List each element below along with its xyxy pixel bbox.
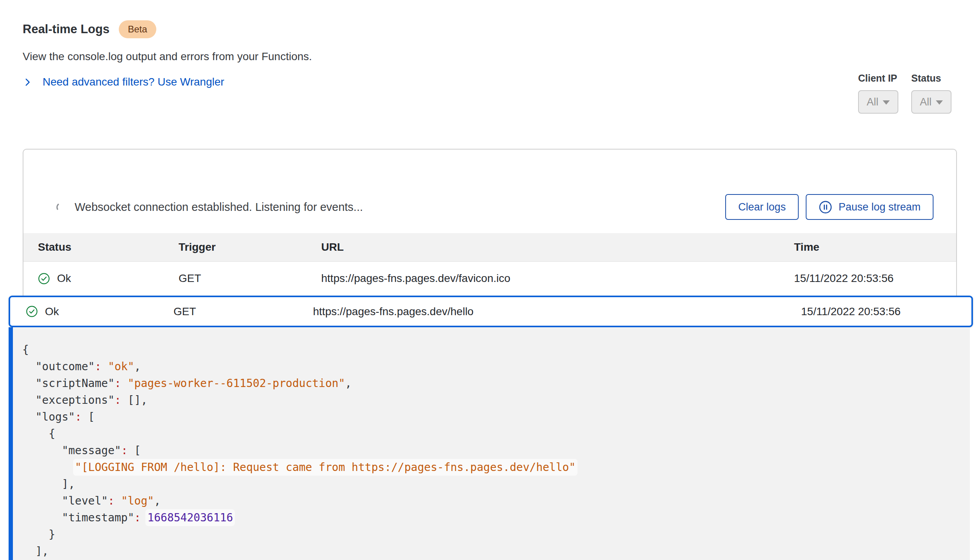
json-code-line: "exceptions": [], — [22, 392, 970, 408]
log-json-view: { "outcome": "ok", "scriptName": "pages-… — [9, 327, 970, 560]
status-dropdown[interactable]: All — [911, 90, 951, 114]
column-header-time: Time — [794, 241, 942, 253]
status-filter-label: Status — [911, 73, 951, 84]
clear-logs-button[interactable]: Clear logs — [725, 194, 799, 220]
table-row[interactable]: Ok GET https://pages-fns.pages.dev/favic… — [23, 262, 956, 295]
status-value: Ok — [57, 272, 71, 285]
wrangler-link-label: Need advanced filters? Use Wrangler — [43, 76, 224, 88]
pause-log-stream-label: Pause log stream — [839, 201, 921, 213]
pause-circle-icon — [819, 200, 832, 214]
json-code-line: { — [22, 425, 970, 442]
log-json-code: { "outcome": "ok", "scriptName": "pages-… — [22, 341, 970, 560]
chevron-right-icon — [23, 77, 32, 87]
time-cell: 15/11/2022 20:53:56 — [794, 272, 942, 285]
page-subtitle: View the console.log output and errors f… — [23, 50, 312, 63]
json-code-line: ], — [22, 476, 970, 492]
json-code-line: "[LOGGING FROM /hello]: Request came fro… — [22, 459, 970, 476]
column-header-status: Status — [38, 241, 179, 253]
client-ip-label: Client IP — [858, 73, 898, 84]
filters: Client IP All Status All — [858, 73, 951, 114]
url-cell: https://pages-fns.pages.dev/favicon.ico — [321, 272, 794, 285]
json-code-line: ], — [22, 543, 970, 560]
realtime-logs-page: Real-time Logs Beta View the console.log… — [0, 0, 980, 560]
client-ip-dropdown-value: All — [867, 96, 878, 108]
json-code-line: "timestamp": 1668542036116 — [22, 509, 970, 526]
caret-down-icon — [936, 100, 943, 105]
client-ip-dropdown[interactable]: All — [858, 90, 898, 114]
json-code-line: "outcome": "ok", — [22, 358, 970, 375]
json-code-line: "message": [ — [22, 442, 970, 459]
status-cell: Ok — [38, 272, 179, 285]
json-code-line: { — [22, 341, 970, 358]
column-header-trigger: Trigger — [179, 241, 321, 253]
client-ip-filter: Client IP All — [858, 73, 898, 114]
check-circle-icon — [26, 305, 38, 317]
expanded-log-entry: Ok GET https://pages-fns.pages.dev/hello… — [9, 296, 973, 560]
status-filter: Status All — [911, 73, 951, 114]
json-code-line: "scriptName": "pages-worker--611502-prod… — [22, 375, 970, 392]
clear-logs-label: Clear logs — [738, 201, 786, 213]
trigger-cell: GET — [173, 305, 313, 318]
json-code-line: "logs": [ — [22, 408, 970, 425]
json-code-line: } — [22, 526, 970, 543]
status-dropdown-value: All — [920, 96, 932, 108]
wrangler-link[interactable]: Need advanced filters? Use Wrangler — [23, 76, 312, 88]
title-row: Real-time Logs Beta — [23, 20, 312, 38]
panel-toolbar: Websocket connection established. Listen… — [23, 150, 956, 233]
page-title: Real-time Logs — [23, 22, 109, 36]
page-header: Real-time Logs Beta View the console.log… — [23, 20, 312, 88]
time-cell: 15/11/2022 20:53:56 — [801, 305, 956, 318]
status-cell: Ok — [26, 305, 173, 318]
pause-log-stream-button[interactable]: Pause log stream — [806, 194, 934, 220]
table-header: Status Trigger URL Time — [23, 233, 956, 262]
url-cell: https://pages-fns.pages.dev/hello — [313, 305, 801, 318]
check-circle-icon — [38, 273, 50, 285]
json-code-line: "level": "log", — [22, 492, 970, 509]
websocket-status-text: Websocket connection established. Listen… — [75, 201, 363, 214]
status-value: Ok — [45, 305, 59, 318]
trigger-cell: GET — [179, 272, 321, 285]
beta-badge: Beta — [119, 20, 156, 38]
websocket-status: Websocket connection established. Listen… — [55, 201, 363, 214]
panel-actions: Clear logs Pause log stream — [725, 194, 934, 220]
caret-down-icon — [883, 100, 890, 105]
table-row-selected[interactable]: Ok GET https://pages-fns.pages.dev/hello… — [9, 296, 973, 327]
spinner-icon — [55, 202, 66, 212]
column-header-url: URL — [321, 241, 794, 253]
